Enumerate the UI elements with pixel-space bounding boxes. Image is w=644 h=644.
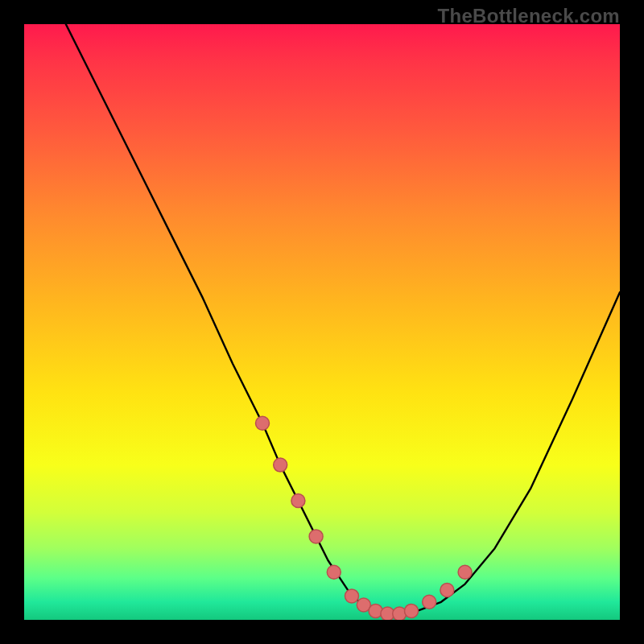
marker-dot — [458, 565, 472, 579]
bottleneck-curve — [66, 24, 620, 614]
marker-dot — [291, 494, 305, 508]
plot-area — [24, 24, 620, 620]
highlight-dots — [256, 416, 473, 620]
chart-frame: TheBottleneck.com — [0, 0, 644, 644]
marker-dot — [405, 604, 419, 617]
marker-dot — [309, 530, 323, 543]
chart-svg — [24, 24, 620, 620]
marker-dot — [256, 416, 270, 430]
marker-dot — [345, 589, 359, 603]
marker-dot — [327, 565, 341, 579]
marker-dot — [274, 458, 287, 472]
marker-dot — [440, 584, 454, 597]
marker-dot — [423, 595, 436, 609]
